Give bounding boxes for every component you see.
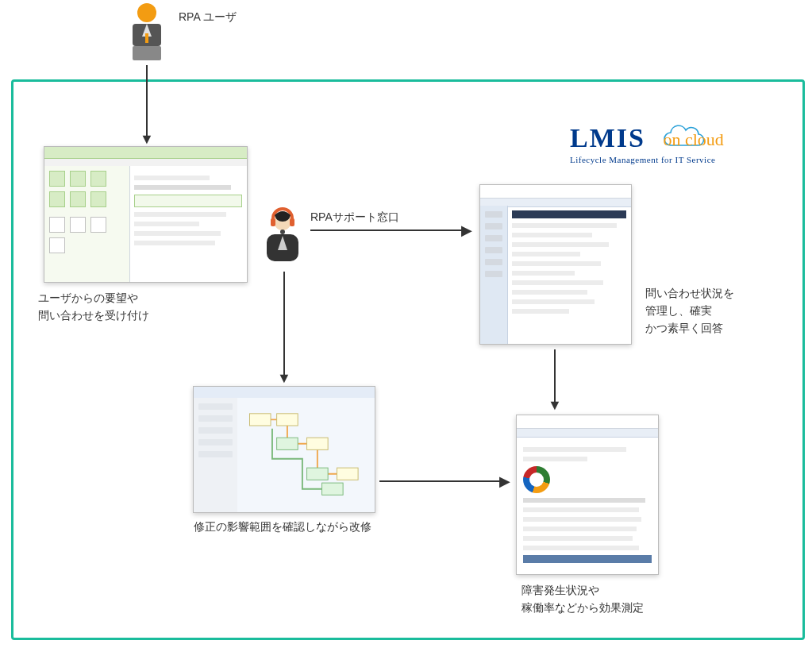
arrow-head-icon: ▶ <box>499 474 510 488</box>
thumb-icon <box>49 191 65 207</box>
svg-rect-16 <box>337 468 358 480</box>
svg-rect-17 <box>321 483 343 495</box>
svg-rect-6 <box>290 218 294 226</box>
diagram-canvas: RPA ユーザ ▼ <box>0 0 812 648</box>
box4-caption-line1: 障害発生状況や <box>521 581 599 599</box>
arrow-user-to-box1 <box>146 65 148 137</box>
arrow-head-icon: ▼ <box>548 398 562 412</box>
box4-caption-line2: 稼働率などから効果測定 <box>521 599 644 616</box>
lmis-logo-text: LMIS <box>570 123 645 153</box>
lmis-logo-sub: on cloud <box>655 125 731 152</box>
svg-rect-12 <box>276 414 298 426</box>
svg-rect-7 <box>271 218 275 226</box>
donut-chart-icon <box>523 466 550 493</box>
thumb-icon <box>70 217 86 233</box>
screenshot-lmis-dashboard <box>516 415 659 575</box>
box3-caption-line3: かつ素早く回答 <box>645 319 723 337</box>
thumb-icon <box>49 171 65 187</box>
thumb-icon <box>90 171 106 187</box>
support-person-icon <box>259 202 306 270</box>
thumb-icon <box>90 217 106 233</box>
box2-caption: 修正の影響範囲を確認しながら改修 <box>194 518 371 535</box>
lmis-logo-tagline: Lifecycle Management for IT Service <box>570 155 731 164</box>
arrow-head-icon: ▼ <box>140 132 154 146</box>
arrow-support-to-box3 <box>310 230 465 231</box>
screenshot-lmis-incident <box>479 184 632 345</box>
arrow-support-to-box2 <box>283 272 285 375</box>
flowchart-icon <box>242 403 370 507</box>
rpa-user-label: RPA ユーザ <box>179 8 237 25</box>
svg-point-8 <box>280 230 285 234</box>
box1-caption-line2: 問い合わせを受け付け <box>38 307 149 324</box>
svg-rect-11 <box>249 414 271 426</box>
screenshot-user-request-system <box>44 146 248 283</box>
rpa-support-label: RPAサポート窓口 <box>310 208 399 226</box>
window-titlebar <box>194 387 375 399</box>
screenshot-config-map <box>193 386 375 513</box>
arrow-head-icon: ▶ <box>461 223 472 237</box>
user-icon <box>123 0 171 64</box>
window-titlebar <box>517 415 658 429</box>
box1-caption-line1: ユーザからの要望や <box>38 289 138 307</box>
arrow-box3-to-box4 <box>554 349 556 402</box>
box3-caption-line2: 管理し、確実 <box>645 302 712 319</box>
thumb-icon <box>90 191 106 207</box>
svg-rect-4 <box>145 33 148 43</box>
arrow-head-icon: ▼ <box>277 371 291 385</box>
svg-rect-15 <box>306 468 328 480</box>
thumb-icon <box>49 217 65 233</box>
window-titlebar <box>480 185 631 199</box>
thumb-icon <box>49 237 65 253</box>
lmis-logo: LMIS on cloud Lifecycle Management for I… <box>570 123 731 164</box>
svg-rect-14 <box>306 438 328 449</box>
arrow-box2-to-box4 <box>379 480 503 482</box>
window-titlebar <box>44 147 247 159</box>
thumb-icon <box>70 171 86 187</box>
svg-rect-2 <box>133 46 161 60</box>
box3-caption-line1: 問い合わせ状況を <box>645 284 734 302</box>
svg-point-0 <box>137 3 156 22</box>
svg-rect-13 <box>276 438 298 449</box>
thumb-icon <box>70 191 86 207</box>
